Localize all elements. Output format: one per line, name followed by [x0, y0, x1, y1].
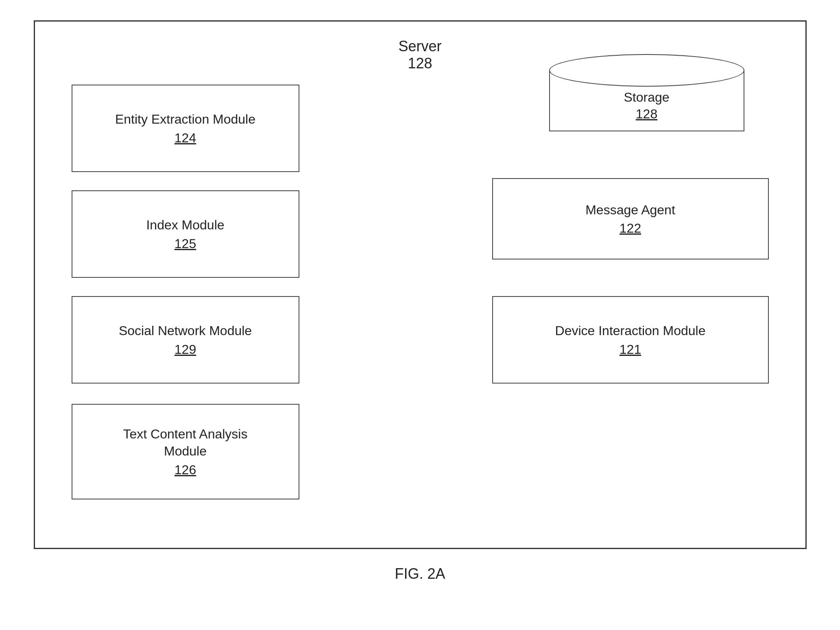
text-content-name-line2: Module: [164, 444, 207, 458]
storage-id: 128: [549, 107, 744, 122]
social-network-id: 129: [175, 342, 196, 357]
social-network-module: Social Network Module 129: [72, 296, 299, 384]
fig-caption-text: FIG. 2A: [395, 565, 445, 582]
message-agent-id: 122: [620, 221, 641, 236]
index-module-name: Index Module: [146, 217, 224, 234]
text-content-id: 126: [175, 462, 196, 477]
text-content-name: Text Content Analysis Module: [123, 426, 248, 460]
device-interaction-module: Device Interaction Module 121: [492, 296, 769, 384]
storage-container: Storage 128: [549, 54, 744, 144]
text-content-name-line1: Text Content Analysis: [123, 427, 248, 441]
entity-extraction-name: Entity Extraction Module: [115, 111, 255, 128]
social-network-name: Social Network Module: [119, 323, 252, 340]
storage-name: Storage: [624, 90, 669, 105]
text-content-module: Text Content Analysis Module 126: [72, 404, 299, 499]
index-module-id: 125: [175, 236, 196, 251]
server-title: Server: [398, 38, 441, 54]
entity-extraction-id: 124: [175, 131, 196, 146]
device-interaction-name: Device Interaction Module: [555, 323, 706, 340]
storage-cylinder: Storage 128: [549, 54, 744, 144]
index-module: Index Module 125: [72, 190, 299, 278]
message-agent-name: Message Agent: [585, 202, 675, 219]
entity-extraction-module: Entity Extraction Module 124: [72, 85, 299, 172]
cylinder-top: [549, 54, 744, 87]
server-id-wrong: 128: [408, 55, 432, 72]
device-interaction-id: 121: [620, 342, 641, 357]
storage-label: Storage 128: [549, 90, 744, 122]
message-agent-module: Message Agent 122: [492, 178, 769, 259]
figure-caption: FIG. 2A: [395, 565, 445, 582]
diagram-outer: Server 128 Entity Extraction Module 124 …: [34, 20, 807, 549]
page-container: Server 128 Entity Extraction Module 124 …: [0, 0, 840, 630]
